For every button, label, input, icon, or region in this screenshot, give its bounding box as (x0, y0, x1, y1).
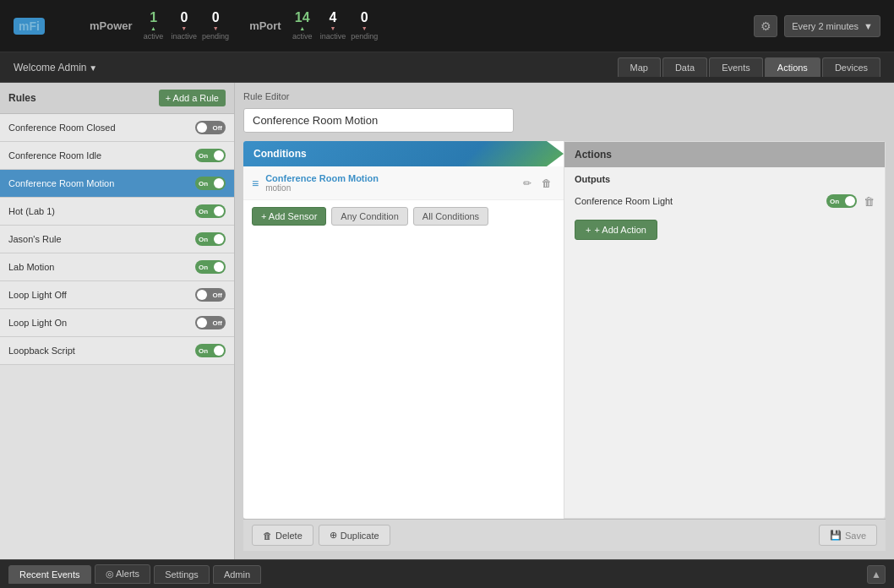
mport-pending-stat: 0 pending (351, 11, 378, 41)
rule-name-loopback-script: Loopback Script (8, 346, 75, 356)
mport-pending-value: 0 (361, 11, 368, 31)
rule-item-conference-room-closed[interactable]: Conference Room Closed Off (0, 114, 234, 142)
all-conditions-label: All Conditions (422, 211, 479, 221)
actions-label: Actions (575, 149, 612, 161)
condition-actions: ✏ 🗑 (520, 176, 555, 191)
refresh-label: Every 2 minutes (792, 21, 859, 31)
add-sensor-button[interactable]: + Add Sensor (252, 207, 326, 226)
rule-item-loop-light-on[interactable]: Loop Light On Off (0, 309, 234, 337)
rule-toggle-hot-lab1[interactable]: On (195, 204, 226, 218)
rule-item-loop-light-off[interactable]: Loop Light Off Off (0, 281, 234, 309)
rule-item-loopback-script[interactable]: Loopback Script On (0, 337, 234, 365)
tab-actions[interactable]: Actions (765, 57, 820, 77)
footer-tab-admin[interactable]: Admin (213, 565, 261, 584)
toggle-knob (214, 262, 224, 272)
rule-item-conference-room-idle[interactable]: Conference Room Idle On (0, 142, 234, 170)
mpower-inactive-label: inactive (172, 33, 198, 41)
conditions-label: Conditions (253, 148, 307, 160)
rule-toggle-loopback-script[interactable]: On (195, 344, 226, 357)
top-bar-right: ⚙ Every 2 minutes ▼ (754, 15, 880, 37)
condition-sensor-icon: ≡ (252, 177, 259, 190)
output-item: Conference Room Light On 🗑 (575, 191, 875, 211)
mport-active-stat: 14 active (290, 11, 315, 41)
toggle-knob (214, 346, 224, 356)
rule-item-jasons-rule[interactable]: Jason's Rule On (0, 226, 234, 253)
rule-toggle-conference-room-motion[interactable]: On (195, 177, 226, 190)
mport-label: mPort (249, 19, 281, 32)
duplicate-icon: ⊕ (330, 530, 337, 541)
rule-name-input[interactable] (243, 108, 514, 133)
rule-name-hot-lab1: Hot (Lab 1) (8, 206, 55, 216)
mpower-stats: mPower 1 active 0 inactive 0 pending (90, 11, 229, 41)
outputs-section: Outputs Conference Room Light On 🗑 + + A… (564, 167, 885, 247)
edit-condition-button[interactable]: ✏ (520, 176, 535, 191)
rule-name-loop-light-off: Loop Light Off (8, 290, 67, 300)
footer-right: ▲ (867, 565, 886, 584)
mpower-pending-label: pending (202, 33, 229, 41)
footer-tab-recent-events[interactable]: Recent Events (8, 565, 91, 584)
mport-inactive-value: 4 (330, 11, 337, 31)
rule-toggle-loop-light-off[interactable]: Off (195, 288, 226, 302)
rule-toggle-conference-room-idle[interactable]: On (195, 149, 226, 162)
condition-name[interactable]: Conference Room Motion (265, 173, 520, 183)
any-condition-button[interactable]: Any Condition (331, 207, 408, 226)
tab-map[interactable]: Map (618, 57, 661, 77)
outputs-title: Outputs (575, 174, 875, 184)
save-label: Save (845, 531, 866, 541)
tab-events[interactable]: Events (709, 57, 763, 77)
refresh-select[interactable]: Every 2 minutes ▼ (784, 15, 880, 37)
top-bar: mFi mPower 1 active 0 inactive 0 pending… (0, 0, 894, 52)
add-rule-button[interactable]: + Add a Rule (159, 90, 226, 106)
mport-inactive-label: inactive (320, 33, 346, 41)
output-toggle[interactable]: On (826, 194, 857, 208)
rule-toggle-loop-light-on[interactable]: Off (195, 316, 226, 329)
settings-gear-button[interactable]: ⚙ (754, 15, 777, 37)
rule-item-hot-lab1[interactable]: Hot (Lab 1) On (0, 198, 234, 226)
rule-editor-area: Rule Editor Conditions ≡ Conference Room… (235, 83, 894, 559)
output-name: Conference Room Light (575, 196, 820, 206)
rule-toggle-conference-room-closed[interactable]: Off (195, 121, 226, 134)
condition-info: Conference Room Motion motion (265, 173, 520, 193)
toggle-knob (214, 206, 224, 216)
add-action-icon: + (586, 225, 591, 235)
add-action-button[interactable]: + + Add Action (575, 220, 657, 240)
add-sensor-label: + Add Sensor (261, 211, 317, 221)
mpower-active-stat: 1 active (141, 11, 166, 41)
welcome-admin[interactable]: Welcome Admin (14, 62, 97, 74)
delete-icon: 🗑 (263, 531, 272, 541)
rule-name-conference-room-idle: Conference Room Idle (8, 150, 101, 161)
footer-tab-alerts[interactable]: ◎ Alerts (95, 564, 151, 584)
delete-button[interactable]: 🗑 Delete (252, 525, 313, 546)
save-button[interactable]: 💾 Save (819, 525, 877, 546)
add-action-label: + Add Action (594, 225, 646, 235)
footer: Recent Events ◎ Alerts Settings Admin ▲ (0, 559, 894, 588)
rule-editor-title: Rule Editor (243, 91, 886, 101)
collapse-button[interactable]: ▲ (867, 565, 886, 584)
rule-item-conference-room-motion[interactable]: Conference Room Motion On (0, 170, 234, 198)
toggle-knob (845, 196, 855, 206)
tab-devices[interactable]: Devices (822, 57, 880, 77)
toggle-knob (214, 178, 224, 188)
delete-condition-button[interactable]: 🗑 (538, 176, 555, 191)
mpower-pending-stat: 0 pending (202, 11, 229, 41)
tab-data[interactable]: Data (662, 57, 707, 77)
mpower-pending-value: 0 (212, 11, 220, 31)
editor-panels: Conditions ≡ Conference Room Motion moti… (243, 141, 886, 519)
delete-label: Delete (275, 531, 303, 541)
rule-toggle-jasons-rule[interactable]: On (195, 232, 226, 246)
all-conditions-button[interactable]: All Conditions (413, 207, 488, 226)
sidebar-header: Rules + Add a Rule (0, 83, 234, 114)
rule-name-lab-motion: Lab Motion (8, 262, 54, 272)
condition-buttons: + Add Sensor Any Condition All Condition… (243, 200, 564, 232)
main-content: Rules + Add a Rule Conference Room Close… (0, 83, 894, 559)
duplicate-button[interactable]: ⊕ Duplicate (319, 525, 390, 546)
footer-tab-settings[interactable]: Settings (154, 565, 210, 584)
rule-item-lab-motion[interactable]: Lab Motion On (0, 253, 234, 281)
rule-toggle-lab-motion[interactable]: On (195, 260, 226, 274)
actions-header: Actions (564, 142, 885, 167)
mport-pending-label: pending (351, 33, 378, 41)
toggle-knob (197, 122, 207, 133)
logo-icon: mFi (14, 18, 45, 35)
toggle-knob (214, 150, 224, 161)
delete-output-button[interactable]: 🗑 (864, 195, 875, 208)
